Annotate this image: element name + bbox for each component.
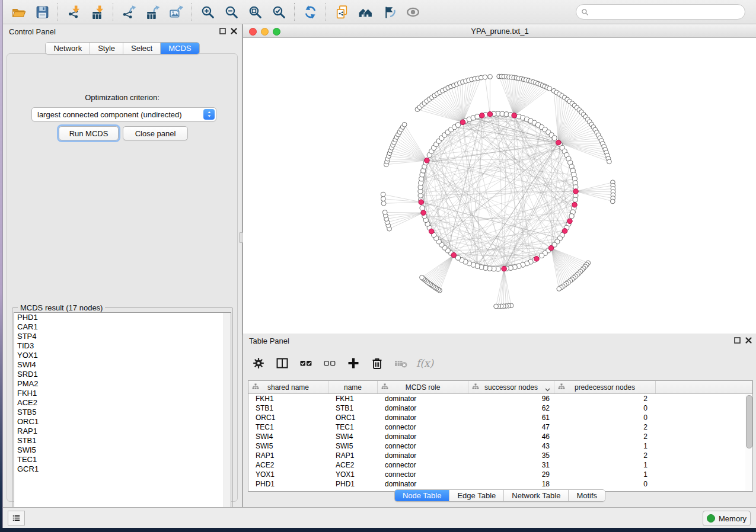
cell-predecessor-nodes[interactable]: 2 — [554, 432, 656, 441]
cell-MCDS-role[interactable]: connector — [378, 442, 468, 450]
mcds-result-item[interactable]: SWI4 — [14, 360, 231, 370]
column-header-name[interactable]: name — [328, 381, 378, 393]
select-all-button[interactable] — [295, 353, 317, 373]
show-graphics-details-button[interactable] — [401, 3, 425, 21]
refresh-button[interactable] — [298, 3, 322, 21]
cell-name[interactable]: TEC1 — [328, 423, 378, 431]
mcds-result-item[interactable]: STB5 — [14, 408, 231, 417]
cell-name[interactable]: SWI4 — [328, 432, 378, 441]
mcds-result-item[interactable]: SWI5 — [14, 446, 231, 455]
table-row[interactable]: ORC1ORC1dominator610 — [248, 413, 752, 422]
tab-network[interactable]: Network — [46, 43, 90, 54]
import-network-button[interactable] — [62, 3, 85, 21]
cell-name[interactable]: STB1 — [328, 404, 378, 412]
cell-MCDS-role[interactable]: dominator — [378, 395, 468, 403]
cell-successor-nodes[interactable]: 43 — [468, 442, 554, 450]
mcds-result-item[interactable]: ACE2 — [14, 398, 231, 408]
cell-predecessor-nodes[interactable]: 2 — [554, 395, 656, 403]
table-row[interactable]: TEC1TEC1connector472 — [248, 422, 752, 432]
table-row[interactable]: SWI5SWI5connector431 — [248, 441, 752, 451]
close-panel-icon[interactable] — [231, 28, 237, 34]
table-row[interactable]: YOX1YOX1connector291 — [248, 470, 752, 479]
zoom-in-button[interactable] — [196, 3, 219, 21]
mcds-result-list[interactable]: PHD1CAR1STP4TID3YOX1SWI4SRD1PMA2FKH1ACE2… — [14, 312, 231, 522]
zoom-out-button[interactable] — [219, 3, 243, 21]
cell-successor-nodes[interactable]: 29 — [468, 470, 554, 479]
tab-select[interactable]: Select — [123, 43, 160, 54]
cell-name[interactable]: RAP1 — [328, 451, 378, 460]
export-image-button[interactable] — [164, 3, 188, 21]
tab-style[interactable]: Style — [90, 43, 123, 54]
search-field[interactable] — [576, 4, 745, 20]
cell-name[interactable]: ACE2 — [328, 461, 378, 469]
mcds-result-item[interactable]: TEC1 — [14, 455, 231, 464]
clone-network-button[interactable] — [330, 3, 353, 21]
cell-successor-nodes[interactable]: 96 — [468, 395, 554, 403]
show-column-button[interactable] — [272, 353, 293, 373]
cell-predecessor-nodes[interactable]: 0 — [554, 480, 656, 488]
save-session-button[interactable] — [30, 3, 54, 21]
mcds-result-item[interactable]: RAP1 — [14, 427, 231, 436]
cell-predecessor-nodes[interactable]: 1 — [554, 442, 656, 450]
mcds-result-item[interactable]: PMA2 — [14, 379, 231, 389]
criterion-dropdown[interactable]: largest connected component (undirected) — [31, 107, 216, 121]
cell-shared-name[interactable]: YOX1 — [248, 470, 328, 479]
memory-button[interactable]: Memory — [703, 511, 751, 526]
table-row[interactable]: FKH1FKH1dominator962 — [248, 394, 752, 403]
add-row-button[interactable] — [343, 353, 364, 373]
mcds-result-item[interactable]: STP4 — [14, 332, 231, 341]
zoom-fit-button[interactable] — [243, 3, 267, 21]
float-window-icon[interactable] — [734, 337, 741, 344]
cell-name[interactable]: PHD1 — [328, 480, 378, 488]
run-mcds-button[interactable]: Run MCDS — [59, 126, 119, 140]
cell-successor-nodes[interactable]: 31 — [468, 461, 554, 469]
cell-name[interactable]: SWI5 — [328, 442, 378, 450]
export-network-button[interactable] — [117, 3, 141, 21]
mcds-result-item[interactable]: SRD1 — [14, 370, 231, 379]
cell-shared-name[interactable]: SWI5 — [248, 442, 328, 450]
cell-successor-nodes[interactable]: 47 — [468, 423, 554, 431]
unselect-all-button[interactable] — [319, 353, 340, 373]
cell-successor-nodes[interactable]: 61 — [468, 414, 554, 422]
cell-predecessor-nodes[interactable]: 0 — [554, 414, 656, 422]
cell-shared-name[interactable]: FKH1 — [248, 395, 328, 403]
mcds-result-item[interactable]: FKH1 — [14, 389, 231, 398]
float-window-icon[interactable] — [219, 28, 226, 34]
task-history-button[interactable] — [8, 511, 25, 525]
cell-predecessor-nodes[interactable]: 1 — [554, 461, 656, 469]
table-row[interactable]: PHD1PHD1dominator180 — [248, 479, 752, 489]
cell-MCDS-role[interactable]: dominator — [378, 414, 468, 422]
column-header-shared-name[interactable]: shared name — [248, 381, 328, 393]
cell-MCDS-role[interactable]: dominator — [378, 451, 468, 460]
export-table-button[interactable] — [141, 3, 164, 21]
cell-predecessor-nodes[interactable]: 2 — [554, 451, 656, 460]
cell-shared-name[interactable]: ORC1 — [248, 414, 328, 422]
table-scrollbar[interactable] — [745, 394, 752, 491]
cell-shared-name[interactable]: PHD1 — [248, 480, 328, 488]
cell-name[interactable]: ORC1 — [328, 414, 378, 422]
cell-predecessor-nodes[interactable]: 0 — [554, 404, 656, 412]
mcds-result-item[interactable]: CAR1 — [14, 322, 231, 332]
column-header-successor-nodes[interactable]: successor nodes — [468, 381, 554, 393]
tab-edge-table[interactable]: Edge Table — [449, 490, 503, 501]
open-file-button[interactable] — [7, 3, 30, 21]
close-panel-button[interactable]: Close panel — [123, 126, 188, 140]
cell-shared-name[interactable]: ACE2 — [248, 461, 328, 469]
mcds-list-scrollbar[interactable] — [224, 313, 231, 521]
cell-successor-nodes[interactable]: 18 — [468, 480, 554, 488]
cell-MCDS-role[interactable]: connector — [378, 461, 468, 469]
cell-predecessor-nodes[interactable]: 1 — [554, 470, 656, 479]
import-table-button[interactable] — [85, 3, 109, 21]
mcds-result-item[interactable]: ORC1 — [14, 417, 231, 427]
network-canvas[interactable] — [243, 38, 756, 334]
table-row[interactable]: STB1STB1dominator620 — [248, 403, 752, 413]
search-input[interactable] — [592, 7, 740, 17]
table-row[interactable]: RAP1RAP1dominator352 — [248, 451, 752, 460]
tab-network-table[interactable]: Network Table — [503, 490, 568, 501]
table-row[interactable]: SWI4SWI4dominator462 — [248, 432, 752, 441]
mcds-result-item[interactable]: TID3 — [14, 341, 231, 351]
cell-MCDS-role[interactable]: connector — [378, 470, 468, 479]
tab-node-table[interactable]: Node Table — [395, 490, 449, 501]
cell-shared-name[interactable]: RAP1 — [248, 451, 328, 460]
cell-shared-name[interactable]: STB1 — [248, 404, 328, 412]
